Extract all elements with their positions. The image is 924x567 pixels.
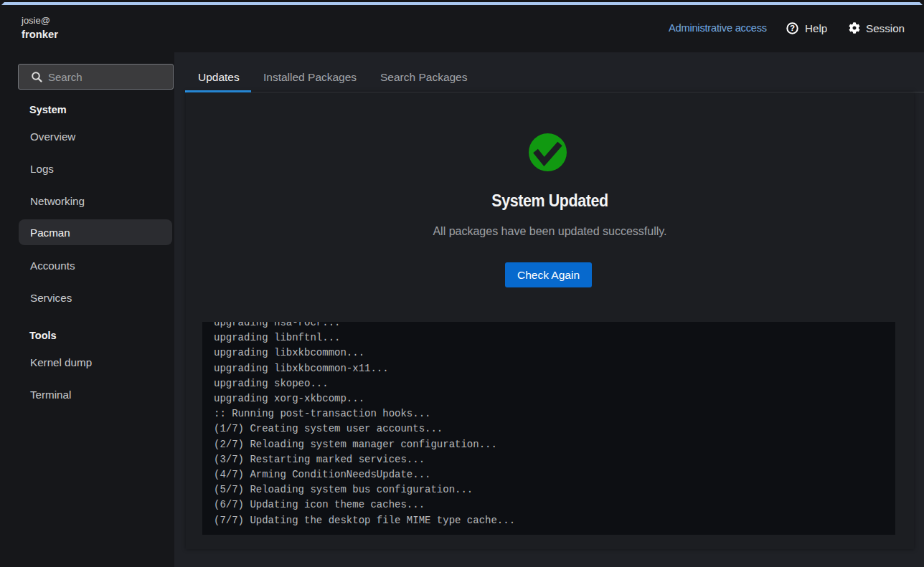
svg-text:?: ? [790, 24, 795, 32]
